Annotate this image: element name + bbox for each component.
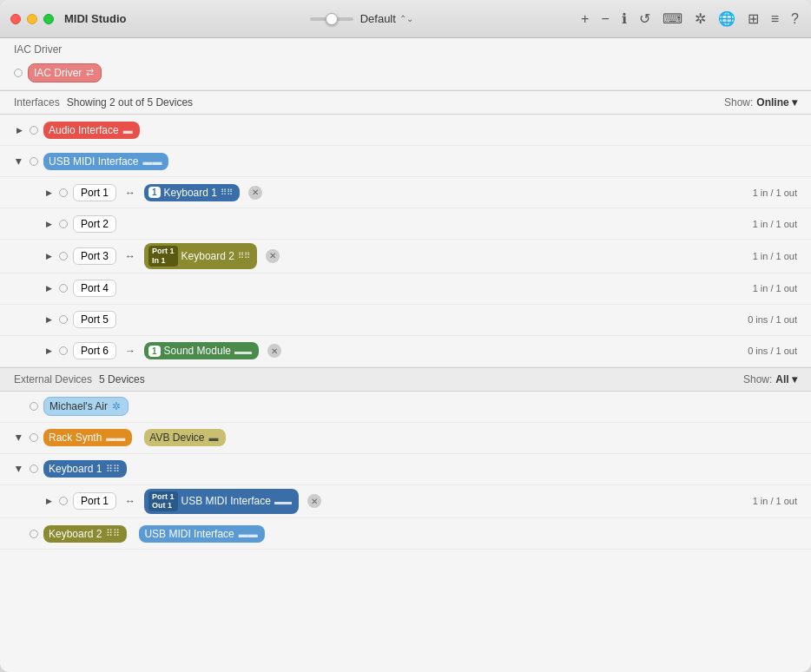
zoom-slider[interactable] [310,17,353,21]
keyboard1-badge: 1 [148,187,161,198]
bluetooth-icon[interactable]: ✲ [693,9,708,29]
iac-driver-row: IAC Driver ⇄ [0,59,811,90]
keyboard-icon[interactable]: ⌨ [661,9,684,29]
iac-row-left: IAC Driver ⇄ [14,63,797,82]
avb-device-chip[interactable]: AVB Device ▬ [144,429,225,446]
keyboard2-chip[interactable]: Port 1In 1 Keyboard 2 ⠿⠿ [144,243,257,269]
ext-keyboard1-port1-row-left: ▶ Port 1 ↔ Port 1Out 1 USB MIDI Interfac… [43,489,753,515]
port6-chip: Port 6 [73,342,116,359]
rack-synth-dot [30,433,38,442]
titlebar: MIDI Studio Default ⌃⌄ + − ℹ ↺ ⌨ ✲ 🌐 ⊞ ≡… [0,0,811,38]
port1-expand[interactable]: ▶ [43,188,54,198]
rack-synth-chip[interactable]: Rack Synth ▬▬ [43,429,132,446]
window-title: MIDI Studio [64,12,127,25]
michaels-air-bluetooth-icon: ✲ [112,400,121,412]
list-icon[interactable]: ≡ [769,10,781,29]
usb-midi-expand[interactable]: ▶ [14,156,24,167]
ext-keyboard2-row: ▶ Keyboard 2 ⠿⠿ USB MIDI Interface ▬▬ [0,518,811,550]
ext-keyboard1-dot [30,464,38,473]
port2-expand[interactable]: ▶ [43,219,54,229]
port3-row-left: ▶ Port 3 ↔ Port 1In 1 Keyboard 2 ⠿⠿ ✕ [43,243,753,269]
ext-usb-midi-label-1: USB MIDI Interface [181,495,271,507]
michaels-air-label: Michael's Air [49,400,108,412]
minimize-button[interactable] [27,14,37,24]
audio-interface-label: Audio Interface [49,124,119,136]
audio-interface-expand[interactable]: ▶ [14,125,24,135]
port3-expand[interactable]: ▶ [43,251,54,261]
sound-module-badge: 1 [148,346,161,357]
rack-synth-row-left: ▶ Rack Synth ▬▬ AVB Device ▬ [14,429,797,446]
port6-expand[interactable]: ▶ [43,346,54,356]
ext-keyboard2-usb-chip[interactable]: USB MIDI Interface ▬▬ [139,525,264,543]
port1-remove-button[interactable]: ✕ [248,186,262,200]
avb-device-icon: ▬ [209,432,219,443]
interfaces-show-label: Show: [724,96,753,109]
external-show-filter[interactable]: Show: All ▾ [743,373,797,385]
info-icon[interactable]: ℹ [620,9,629,29]
audio-interface-icon: ▬ [123,125,133,135]
ext-keyboard1-port1-badge-chip[interactable]: Port 1Out 1 USB MIDI Interface ▬▬ [144,489,299,515]
sound-module-chip[interactable]: 1 Sound Module ▬▬ [144,342,259,359]
port1-dot [59,188,68,197]
port4-dot [59,284,68,293]
port1-connector: ↔ [125,187,135,199]
ext-keyboard1-row: ▶ Keyboard 1 ⠿⠿ [0,454,811,485]
michaels-air-chip[interactable]: Michael's Air ✲ [43,397,129,416]
interfaces-header: Interfaces Showing 2 out of 5 Devices Sh… [0,91,811,114]
interfaces-show-value: Online ▾ [756,96,797,109]
port3-remove-button[interactable]: ✕ [266,249,280,263]
help-icon[interactable]: ? [789,10,801,29]
ext-keyboard1-port1-expand[interactable]: ▶ [43,496,54,506]
port4-label: Port 4 [81,282,109,294]
minus-icon[interactable]: − [599,10,610,29]
toolbar-right: + − ℹ ↺ ⌨ ✲ 🌐 ⊞ ≡ ? [579,9,801,29]
rack-synth-expand[interactable]: ▶ [14,432,24,443]
iac-driver-label: IAC Driver [34,67,82,79]
usb-midi-icon: ▬▬ [142,156,162,167]
interfaces-count: Showing 2 out of 5 Devices [67,96,193,109]
michaels-air-dot [30,402,38,411]
audio-interface-row: ▶ Audio Interface ▬ [0,115,811,146]
traffic-lights [10,14,54,24]
ext-keyboard2-chip[interactable]: Keyboard 2 ⠿⠿ [43,525,127,543]
port2-chip: Port 2 [73,215,116,233]
ext-keyboard2-icon: ⠿⠿ [106,528,120,539]
usb-midi-chip[interactable]: USB MIDI Interface ▬▬ [43,153,168,170]
maximize-button[interactable] [43,14,54,24]
usb-midi-label: USB MIDI Interface [49,155,138,168]
port4-row: ▶ Port 4 1 in / 1 out [0,273,811,305]
interfaces-show-filter[interactable]: Show: Online ▾ [724,96,797,109]
add-icon[interactable]: + [579,10,590,29]
network-icon[interactable]: 🌐 [716,9,737,29]
michaels-air-row: ▶ Michael's Air ✲ [0,392,811,423]
port6-row: ▶ Port 6 → 1 Sound Module ▬▬ ✕ 0 ins / 1… [0,336,811,367]
keyboard1-chip[interactable]: 1 Keyboard 1 ⠿⠿ [144,184,240,201]
ext-keyboard1-port1-remove-button[interactable]: ✕ [307,494,321,508]
rescan-icon[interactable]: ↺ [637,9,652,29]
iac-driver-chip[interactable]: IAC Driver ⇄ [28,63,102,82]
ext-keyboard2-usb-label: USB MIDI Interface [144,528,234,540]
ext-keyboard1-chip[interactable]: Keyboard 1 ⠿⠿ [43,460,127,478]
port3-chip: Port 3 [73,247,116,265]
audio-interface-chip[interactable]: Audio Interface ▬ [43,122,140,139]
interfaces-label: Interfaces [14,96,60,109]
port3-label: Port 3 [81,250,109,262]
ext-keyboard1-expand[interactable]: ▶ [14,464,24,474]
port4-expand[interactable]: ▶ [43,283,54,293]
iac-section-title: IAC Driver [14,43,797,56]
port5-row: ▶ Port 5 0 ins / 1 out [0,305,811,336]
interfaces-header-left: Interfaces Showing 2 out of 5 Devices [14,96,193,109]
port6-row-left: ▶ Port 6 → 1 Sound Module ▬▬ ✕ [43,342,748,359]
ext-keyboard2-label: Keyboard 2 [49,528,102,540]
port5-expand[interactable]: ▶ [43,314,54,325]
scheme-selector[interactable]: Default ⌃⌄ [360,12,413,25]
close-button[interactable] [10,14,21,24]
scheme-label: Default [360,12,396,25]
port4-row-left: ▶ Port 4 [43,280,753,297]
grid-icon[interactable]: ⊞ [746,9,761,29]
port3-connector: ↔ [125,250,135,262]
port6-remove-button[interactable]: ✕ [267,344,281,358]
port6-dot [59,346,68,355]
rack-synth-icon: ▬▬ [106,432,125,443]
ext-keyboard1-port1-connector: ↔ [125,495,135,507]
